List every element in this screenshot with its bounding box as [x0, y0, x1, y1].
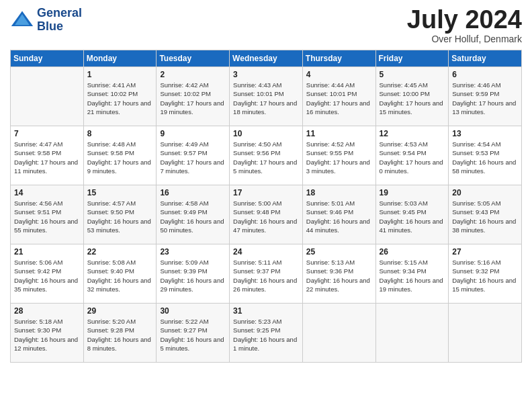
day-number: 12 [380, 129, 445, 138]
day-number: 10 [233, 129, 299, 138]
location-subtitle: Over Holluf, Denmark [407, 34, 522, 44]
day-header-thursday: Thursday [302, 50, 375, 67]
calendar-cell: 3Sunrise: 4:43 AMSunset: 10:01 PMDayligh… [230, 67, 303, 126]
day-number: 21 [14, 247, 80, 257]
day-number: 15 [87, 188, 153, 197]
logo-icon [10, 8, 34, 32]
day-number: 23 [160, 247, 226, 257]
calendar-cell: 28Sunrise: 5:18 AMSunset: 9:30 PMDayligh… [11, 304, 84, 363]
day-info: Sunrise: 4:54 AMSunset: 9:53 PMDaylight:… [452, 140, 518, 175]
calendar-cell: 7Sunrise: 4:47 AMSunset: 9:58 PMDaylight… [11, 126, 84, 185]
title-block: July 2024 Over Holluf, Denmark [407, 7, 522, 44]
day-info: Sunrise: 5:00 AMSunset: 9:48 PMDaylight:… [233, 199, 299, 234]
day-info: Sunrise: 4:44 AMSunset: 10:01 PMDaylight… [306, 81, 372, 116]
calendar-cell: 23Sunrise: 5:09 AMSunset: 9:39 PMDayligh… [157, 244, 230, 304]
day-header-monday: Monday [83, 50, 157, 67]
day-info: Sunrise: 4:56 AMSunset: 9:51 PMDaylight:… [14, 199, 80, 234]
calendar-cell [302, 304, 375, 363]
page-header: General Blue July 2024 Over Holluf, Denm… [10, 7, 522, 44]
calendar-cell: 27Sunrise: 5:16 AMSunset: 9:32 PMDayligh… [449, 244, 522, 304]
calendar-body: 1Sunrise: 4:41 AMSunset: 10:02 PMDayligh… [11, 67, 522, 363]
day-number: 14 [14, 188, 80, 197]
week-row-1: 1Sunrise: 4:41 AMSunset: 10:02 PMDayligh… [11, 67, 522, 126]
day-info: Sunrise: 5:08 AMSunset: 9:40 PMDaylight:… [87, 258, 153, 293]
day-number: 3 [233, 70, 299, 79]
day-info: Sunrise: 4:48 AMSunset: 9:58 PMDaylight:… [87, 140, 153, 175]
calendar-cell: 6Sunrise: 4:46 AMSunset: 9:59 PMDaylight… [449, 67, 522, 126]
day-info: Sunrise: 4:41 AMSunset: 10:02 PMDaylight… [87, 81, 153, 116]
day-header-friday: Friday [375, 50, 449, 67]
day-number: 9 [160, 129, 226, 138]
calendar-cell: 12Sunrise: 4:53 AMSunset: 9:54 PMDayligh… [375, 126, 449, 185]
day-number: 2 [160, 70, 226, 79]
day-info: Sunrise: 5:16 AMSunset: 9:32 PMDaylight:… [452, 258, 518, 293]
day-number: 19 [380, 188, 445, 197]
day-number: 30 [160, 306, 226, 316]
day-number: 6 [452, 70, 518, 79]
day-info: Sunrise: 4:49 AMSunset: 9:57 PMDaylight:… [160, 140, 226, 175]
calendar-header: SundayMondayTuesdayWednesdayThursdayFrid… [11, 50, 522, 67]
day-number: 11 [306, 129, 372, 138]
day-info: Sunrise: 5:23 AMSunset: 9:25 PMDaylight:… [233, 317, 299, 353]
calendar-cell [449, 304, 522, 363]
calendar-cell: 13Sunrise: 4:54 AMSunset: 9:53 PMDayligh… [449, 126, 522, 185]
month-title: July 2024 [407, 7, 522, 32]
day-number: 20 [452, 188, 518, 197]
calendar-table: SundayMondayTuesdayWednesdayThursdayFrid… [10, 50, 522, 363]
calendar-cell [11, 67, 84, 126]
calendar-cell: 11Sunrise: 4:52 AMSunset: 9:55 PMDayligh… [302, 126, 375, 185]
day-number: 22 [87, 247, 153, 257]
calendar-cell [375, 304, 449, 363]
logo: General Blue [10, 7, 82, 34]
day-number: 7 [14, 129, 80, 138]
calendar-cell: 1Sunrise: 4:41 AMSunset: 10:02 PMDayligh… [83, 67, 157, 126]
day-number: 18 [306, 188, 372, 197]
day-info: Sunrise: 5:20 AMSunset: 9:28 PMDaylight:… [87, 317, 153, 353]
day-number: 5 [380, 70, 445, 79]
calendar-cell: 16Sunrise: 4:58 AMSunset: 9:49 PMDayligh… [157, 185, 230, 244]
day-info: Sunrise: 5:09 AMSunset: 9:39 PMDaylight:… [160, 258, 226, 293]
logo-text: General Blue [37, 7, 82, 34]
day-number: 17 [233, 188, 299, 197]
calendar-cell: 29Sunrise: 5:20 AMSunset: 9:28 PMDayligh… [83, 304, 157, 363]
day-number: 24 [233, 247, 299, 257]
day-info: Sunrise: 4:57 AMSunset: 9:50 PMDaylight:… [87, 199, 153, 234]
calendar-cell: 5Sunrise: 4:45 AMSunset: 10:00 PMDayligh… [375, 67, 449, 126]
day-header-tuesday: Tuesday [157, 50, 230, 67]
day-info: Sunrise: 4:58 AMSunset: 9:49 PMDaylight:… [160, 199, 226, 234]
calendar-cell: 15Sunrise: 4:57 AMSunset: 9:50 PMDayligh… [83, 185, 157, 244]
calendar-cell: 9Sunrise: 4:49 AMSunset: 9:57 PMDaylight… [157, 126, 230, 185]
day-info: Sunrise: 5:15 AMSunset: 9:34 PMDaylight:… [380, 258, 445, 293]
day-info: Sunrise: 5:22 AMSunset: 9:27 PMDaylight:… [160, 317, 226, 353]
week-row-2: 7Sunrise: 4:47 AMSunset: 9:58 PMDaylight… [11, 126, 522, 185]
calendar-cell: 24Sunrise: 5:11 AMSunset: 9:37 PMDayligh… [230, 244, 303, 304]
day-info: Sunrise: 4:50 AMSunset: 9:56 PMDaylight:… [233, 140, 299, 175]
day-header-sunday: Sunday [11, 50, 84, 67]
calendar-cell: 2Sunrise: 4:42 AMSunset: 10:02 PMDayligh… [157, 67, 230, 126]
calendar-cell: 19Sunrise: 5:03 AMSunset: 9:45 PMDayligh… [375, 185, 449, 244]
calendar-cell: 25Sunrise: 5:13 AMSunset: 9:36 PMDayligh… [302, 244, 375, 304]
day-info: Sunrise: 4:46 AMSunset: 9:59 PMDaylight:… [452, 81, 518, 116]
calendar-cell: 18Sunrise: 5:01 AMSunset: 9:46 PMDayligh… [302, 185, 375, 244]
calendar-cell: 10Sunrise: 4:50 AMSunset: 9:56 PMDayligh… [230, 126, 303, 185]
day-header-wednesday: Wednesday [230, 50, 303, 67]
day-number: 25 [306, 247, 372, 257]
day-info: Sunrise: 5:03 AMSunset: 9:45 PMDaylight:… [380, 199, 445, 234]
day-info: Sunrise: 4:45 AMSunset: 10:00 PMDaylight… [380, 81, 445, 116]
day-info: Sunrise: 4:47 AMSunset: 9:58 PMDaylight:… [14, 140, 80, 175]
day-number: 4 [306, 70, 372, 79]
day-number: 28 [14, 306, 80, 316]
week-row-5: 28Sunrise: 5:18 AMSunset: 9:30 PMDayligh… [11, 304, 522, 363]
day-info: Sunrise: 4:42 AMSunset: 10:02 PMDaylight… [160, 81, 226, 116]
calendar-cell: 31Sunrise: 5:23 AMSunset: 9:25 PMDayligh… [230, 304, 303, 363]
day-info: Sunrise: 5:06 AMSunset: 9:42 PMDaylight:… [14, 258, 80, 293]
day-info: Sunrise: 4:52 AMSunset: 9:55 PMDaylight:… [306, 140, 372, 175]
day-number: 27 [452, 247, 518, 257]
day-info: Sunrise: 5:13 AMSunset: 9:36 PMDaylight:… [306, 258, 372, 293]
day-info: Sunrise: 5:18 AMSunset: 9:30 PMDaylight:… [14, 317, 80, 353]
calendar-cell: 4Sunrise: 4:44 AMSunset: 10:01 PMDayligh… [302, 67, 375, 126]
day-info: Sunrise: 5:11 AMSunset: 9:37 PMDaylight:… [233, 258, 299, 293]
day-number: 29 [87, 306, 153, 316]
day-info: Sunrise: 4:43 AMSunset: 10:01 PMDaylight… [233, 81, 299, 116]
calendar-cell: 20Sunrise: 5:05 AMSunset: 9:43 PMDayligh… [449, 185, 522, 244]
